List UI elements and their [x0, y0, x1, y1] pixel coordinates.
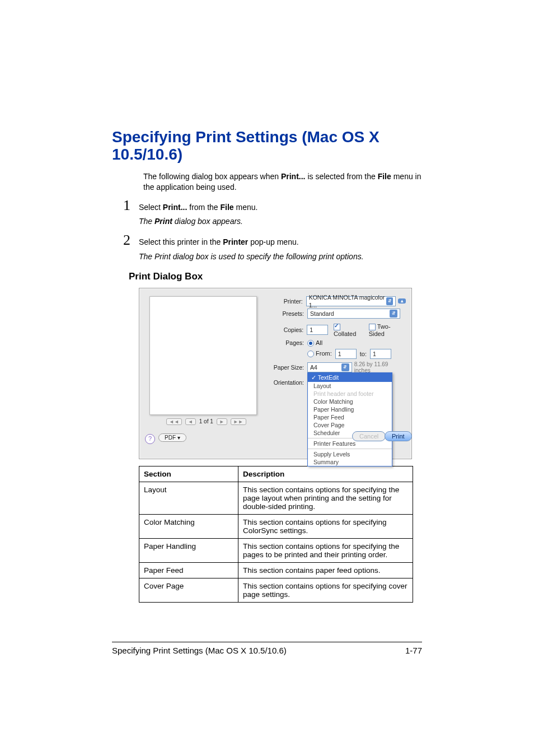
- pager-last-icon[interactable]: ►►: [231, 418, 246, 425]
- print-button[interactable]: Print: [385, 431, 412, 441]
- table-row: Paper Handling This section contains opt…: [139, 538, 413, 562]
- cell-description: This section contains options for specif…: [238, 514, 413, 538]
- paper-size-value: A4: [310, 363, 317, 371]
- printer-label: Printer:: [265, 298, 303, 305]
- copies-label: Copies:: [265, 326, 303, 333]
- table-row: Layout This section contains options for…: [139, 482, 413, 514]
- print-dialog-screenshot: ◄◄ ◄ 1 of 1 ► ►► ? PDF ▾ Printer: KONICA…: [139, 288, 412, 459]
- table-header-description: Description: [238, 466, 413, 482]
- text: menu.: [234, 203, 258, 212]
- cell-description: This section contains options for specif…: [238, 578, 413, 602]
- text: is selected from the: [306, 172, 378, 181]
- chevron-updown-icon: ⇵: [386, 297, 394, 305]
- presets-value: Standard: [310, 310, 334, 318]
- intro-paragraph: The following dialog box appears when Pr…: [143, 171, 422, 193]
- text: dialog box appears.: [172, 217, 243, 226]
- paper-dimensions: 8.26 by 11.69 inches: [354, 361, 406, 374]
- two-sided-checkbox[interactable]: [369, 324, 376, 330]
- text-bold: Print: [154, 217, 172, 226]
- text-bold: Print...: [163, 203, 188, 212]
- step-2: 2 Select this printer in the Printer pop…: [123, 230, 422, 250]
- cell-description: This section contains options for specif…: [238, 538, 413, 562]
- menu-item-paper-feed[interactable]: Paper Feed: [308, 413, 392, 421]
- section-heading: Print Dialog Box: [129, 271, 422, 282]
- text: Select: [139, 203, 163, 212]
- menu-item-summary[interactable]: Summary: [308, 458, 392, 466]
- menu-item-paper-handling[interactable]: Paper Handling: [308, 405, 392, 413]
- pages-all-label: All: [316, 339, 322, 346]
- step-number: 2: [123, 230, 139, 250]
- presets-select[interactable]: Standard⇵: [307, 309, 400, 319]
- text-bold: File: [221, 203, 234, 212]
- orientation-label: Orientation:: [265, 379, 304, 386]
- menu-selected-label: TextEdit: [318, 374, 339, 381]
- pager-first-icon[interactable]: ◄◄: [166, 418, 182, 425]
- pages-from-field[interactable]: 1: [335, 349, 357, 359]
- collated-checkbox[interactable]: [334, 324, 340, 330]
- text: The following dialog box appears when: [143, 172, 281, 181]
- footer-title: Specifying Print Settings (Mac OS X 10.5…: [112, 646, 287, 655]
- copies-field[interactable]: 1: [307, 325, 328, 335]
- help-button[interactable]: ?: [145, 434, 155, 444]
- cell-section: Color Matching: [139, 514, 238, 538]
- text-bold: File: [378, 172, 391, 181]
- menu-item-layout[interactable]: Layout: [308, 382, 392, 390]
- table-header-section: Section: [139, 466, 238, 482]
- cancel-button[interactable]: Cancel: [352, 431, 386, 441]
- menu-item-cover-page[interactable]: Cover Page: [308, 421, 392, 429]
- step-1: 1 Select Print... from the File menu.: [123, 195, 422, 216]
- chevron-updown-icon: ⇵: [390, 310, 397, 318]
- menu-item-color-matching[interactable]: Color Matching: [308, 398, 392, 405]
- cell-description: This section contains options for specif…: [238, 482, 413, 514]
- step-2-note: The Print dialog box is used to specify …: [139, 252, 422, 261]
- sections-table: Section Description Layout This section …: [139, 466, 413, 603]
- cell-section: Layout: [139, 482, 238, 514]
- printer-value: KONICA MINOLTA magicolor 1...: [309, 293, 386, 309]
- menu-item-supply-levels[interactable]: Supply Levels: [308, 450, 392, 458]
- menu-item-disabled: Print header and footer: [308, 390, 392, 398]
- cell-section: Paper Feed: [139, 562, 238, 578]
- text: from the: [187, 203, 220, 212]
- pages-from-label: From:: [316, 350, 332, 357]
- printer-select[interactable]: KONICA MINOLTA magicolor 1...⇵: [306, 296, 396, 306]
- paper-size-label: Paper Size:: [265, 364, 304, 371]
- text-bold: Printer: [223, 237, 248, 246]
- pager-next-icon[interactable]: ►: [217, 418, 227, 425]
- pager-prev-icon[interactable]: ◄: [185, 418, 196, 425]
- paper-size-select[interactable]: A4⇵: [307, 362, 352, 372]
- printer-status-icon[interactable]: ▲: [398, 298, 406, 304]
- step-number: 1: [123, 195, 139, 216]
- pages-all-radio[interactable]: [307, 340, 314, 347]
- cell-section: Paper Handling: [139, 538, 238, 562]
- text-bold: Print...: [281, 172, 306, 181]
- options-menu[interactable]: ✓ TextEdit Layout Print header and foote…: [307, 372, 392, 466]
- page-number: 1-77: [405, 646, 422, 655]
- menu-selected[interactable]: ✓ TextEdit: [308, 373, 392, 382]
- chevron-updown-icon: ⇵: [341, 363, 349, 371]
- table-row: Color Matching This section contains opt…: [139, 514, 413, 538]
- cell-description: This section contains paper feed options…: [238, 562, 413, 578]
- table-row: Cover Page This section contains options…: [139, 578, 413, 602]
- pages-label: Pages:: [265, 339, 304, 346]
- text: pop-up menu.: [248, 237, 298, 246]
- pages-from-radio[interactable]: [307, 351, 314, 357]
- pdf-button[interactable]: PDF ▾: [158, 433, 186, 442]
- pages-to-label: to:: [360, 351, 367, 357]
- preview-pane: [149, 296, 257, 415]
- text: Select this printer in the: [139, 237, 223, 246]
- pager: ◄◄ ◄ 1 of 1 ► ►►: [166, 418, 246, 425]
- text: The: [139, 217, 154, 226]
- page-title: Specifying Print Settings (Mac OS X 10.5…: [112, 129, 422, 164]
- step-1-note: The Print dialog box appears.: [139, 217, 422, 226]
- pages-to-field[interactable]: 1: [370, 349, 391, 359]
- collated-label: Collated: [334, 330, 356, 337]
- page-footer: Specifying Print Settings (Mac OS X 10.5…: [112, 642, 422, 655]
- pager-label: 1 of 1: [199, 418, 213, 424]
- table-row: Paper Feed This section contains paper f…: [139, 562, 413, 578]
- presets-label: Presets:: [265, 310, 304, 317]
- cell-section: Cover Page: [139, 578, 238, 602]
